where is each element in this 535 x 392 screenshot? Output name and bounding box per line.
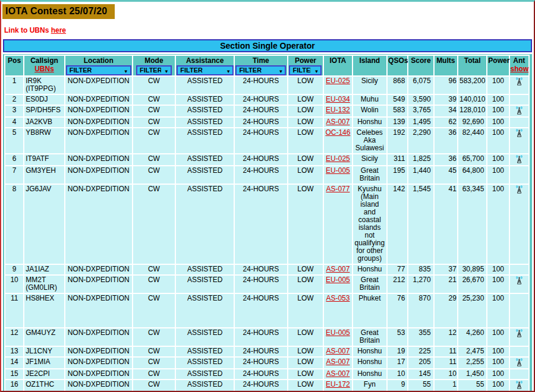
power2-cell: 100 [487, 369, 508, 379]
power2-cell: 100 [487, 106, 508, 116]
location-header-label: Location [66, 56, 131, 65]
time-cell: 24-HOURS [235, 128, 287, 153]
location-cell: NON-DXPEDITION [65, 328, 132, 346]
iota-cell: AS-007 [324, 118, 351, 127]
mults-cell: 37 [435, 265, 457, 274]
mode-cell: CW [133, 166, 175, 184]
total-cell: 25,230 [458, 294, 486, 327]
antenna-icon [515, 185, 524, 194]
assistance-cell: ASSISTED [176, 106, 234, 116]
page-title: IOTA Contest 25/07/20 [2, 4, 115, 19]
iota-ref-link[interactable]: EU-132 [326, 106, 350, 114]
time-cell: 24-HOURS [235, 166, 287, 184]
ant-cell [510, 106, 528, 116]
antenna-icon [515, 155, 524, 164]
power2-cell: 100 [487, 128, 508, 153]
island-cell: Celebes Aka Sulawesi [353, 128, 386, 153]
power2-cell: 100 [487, 328, 508, 346]
assistance-cell: ASSISTED [176, 128, 234, 153]
iota-cell: EU-025 [324, 154, 351, 165]
power2-cell: 100 [487, 380, 508, 391]
score-cell: 1,440 [408, 166, 433, 184]
iota-ref-link[interactable]: OC-146 [325, 128, 350, 137]
iota-cell: EU-034 [324, 95, 351, 105]
time-cell: 24-HOURS [235, 369, 287, 379]
power2-cell: 100 [487, 265, 508, 274]
col-header-score: Score [408, 56, 433, 75]
iota-ref-link[interactable]: EU-025 [326, 77, 350, 85]
ant-cell [510, 380, 528, 391]
power2-cell: 100 [487, 118, 508, 127]
table-row: 9JA1IAZNON-DXPEDITIONCWASSISTED24-HOURSL… [5, 265, 528, 274]
iota-ref-link[interactable]: EU-005 [326, 276, 350, 284]
mode-filter[interactable]: FILTER [136, 65, 172, 75]
table-row: 4JA2KVBNON-DXPEDITIONCWASSISTED24-HOURSL… [5, 118, 528, 127]
iota-ref-link[interactable]: EU-034 [326, 95, 350, 103]
mode-cell: CW [133, 95, 175, 105]
power-filter[interactable]: FILTER [289, 65, 322, 75]
location-cell: NON-DXPEDITION [65, 185, 132, 264]
location-cell: NON-DXPEDITION [65, 347, 132, 356]
qsos-cell: 311 [388, 154, 407, 165]
power-cell: LOW [288, 294, 323, 327]
iota-cell: AS-077 [324, 185, 351, 264]
assistance-cell: ASSISTED [176, 380, 234, 391]
ubns-link[interactable]: UBNs [34, 65, 54, 73]
iota-ref-link[interactable]: AS-007 [326, 265, 350, 273]
pos-cell: 10 [5, 276, 23, 293]
pos-cell: 2 [5, 95, 23, 105]
ant-cell [510, 369, 528, 379]
mults-cell: 11 [435, 347, 457, 356]
mults-cell: 10 [435, 369, 457, 379]
antenna-icon [515, 381, 524, 390]
iota-ref-link[interactable]: AS-077 [326, 185, 350, 193]
power-cell: LOW [288, 328, 323, 346]
ant-cell [510, 185, 528, 264]
island-cell: Phuket [353, 294, 386, 327]
pos-cell: 4 [5, 118, 23, 127]
total-cell: 64,800 [458, 166, 486, 184]
score-cell: 1,545 [408, 185, 433, 264]
power-cell: LOW [288, 154, 323, 165]
iota-ref-link[interactable]: AS-007 [326, 118, 350, 126]
iota-cell: EU-172 [324, 380, 351, 391]
ant-cell [510, 294, 528, 327]
show-link[interactable]: show [511, 65, 529, 73]
callsign-cell: GM3YEH [24, 166, 64, 184]
assistance-cell: ASSISTED [176, 166, 234, 184]
ant-cell [510, 347, 528, 356]
island-cell: Great Britain [353, 166, 386, 184]
qsos-cell: 77 [388, 265, 407, 274]
iota-ref-link[interactable]: AS-007 [326, 347, 350, 355]
assistance-filter[interactable]: FILTER [177, 65, 234, 75]
iota-ref-link[interactable]: EU-005 [326, 328, 350, 337]
table-row: 11HS8HEXNON-DXPEDITIONCWASSISTED24-HOURS… [5, 294, 528, 327]
time-filter[interactable]: FILTER [235, 65, 286, 75]
total-cell: 128,010 [458, 106, 486, 116]
total-cell: 140,010 [458, 95, 486, 105]
iota-ref-link[interactable]: EU-172 [326, 380, 350, 388]
here-link[interactable]: here [51, 26, 66, 34]
iota-ref-link[interactable]: EU-005 [326, 166, 350, 175]
iota-ref-link[interactable]: AS-053 [326, 294, 350, 302]
col-header-ant: Ant show [510, 56, 528, 75]
power-cell: LOW [288, 185, 323, 264]
pos-cell: 11 [5, 294, 23, 327]
location-filter[interactable]: FILTER [66, 65, 131, 75]
island-cell: Muhu [353, 95, 386, 105]
section-header: Section Single Operator [3, 39, 532, 52]
qsos-cell: 19 [388, 347, 407, 356]
mults-cell: 36 [435, 128, 457, 153]
mode-cell: CW [133, 118, 175, 127]
col-header-iota: IOTA [324, 56, 351, 75]
iota-ref-link[interactable]: AS-007 [326, 369, 350, 378]
iota-ref-link[interactable]: AS-007 [326, 358, 350, 366]
col-header-qsos: QSOs [388, 56, 407, 75]
power2-cell: 100 [487, 358, 508, 368]
mults-cell: 34 [435, 106, 457, 116]
table-row: 7GM3YEHNON-DXPEDITIONCWASSISTED24-HOURSL… [5, 166, 528, 184]
header-row: Pos Callsign UBNs Location FILTER Mode F… [5, 56, 528, 75]
power2-cell: 100 [487, 77, 508, 94]
iota-ref-link[interactable]: EU-025 [326, 154, 350, 163]
score-cell: 2,290 [408, 128, 433, 153]
